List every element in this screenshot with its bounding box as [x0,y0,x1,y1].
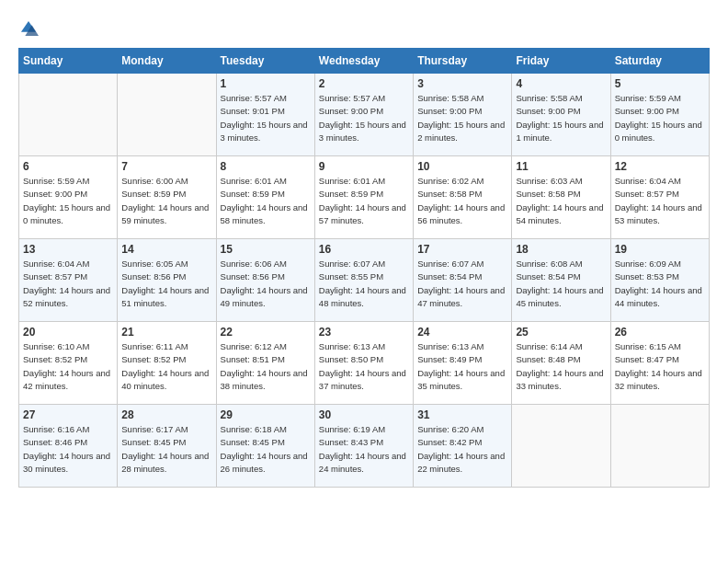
day-number: 26 [615,326,705,339]
logo [18,18,42,39]
day-number: 17 [417,243,507,256]
day-info: Sunrise: 6:11 AMSunset: 8:52 PMDaylight:… [121,340,211,393]
day-info: Sunrise: 6:15 AMSunset: 8:47 PMDaylight:… [615,340,705,393]
day-number: 8 [221,160,311,173]
day-number: 31 [417,408,507,421]
calendar-cell: 21Sunrise: 6:11 AMSunset: 8:52 PMDayligh… [118,322,216,405]
calendar-cell: 2Sunrise: 5:57 AMSunset: 9:00 PMDaylight… [314,74,413,156]
calendar-week-row: 6Sunrise: 5:59 AMSunset: 9:00 PMDaylight… [19,156,710,239]
weekday-header: Sunday [19,49,118,74]
day-number: 13 [23,243,113,256]
day-number: 14 [121,243,211,256]
day-info: Sunrise: 6:16 AMSunset: 8:46 PMDaylight:… [23,423,113,476]
calendar-cell: 14Sunrise: 6:05 AMSunset: 8:56 PMDayligh… [118,239,216,322]
day-info: Sunrise: 6:12 AMSunset: 8:51 PMDaylight:… [221,340,311,393]
day-info: Sunrise: 6:14 AMSunset: 8:48 PMDaylight:… [516,340,606,393]
day-number: 5 [615,77,705,90]
calendar-cell: 13Sunrise: 6:04 AMSunset: 8:57 PMDayligh… [19,239,118,322]
weekday-header: Monday [118,49,216,74]
calendar-cell [512,405,610,488]
calendar-cell [19,74,118,156]
day-info: Sunrise: 6:20 AMSunset: 8:42 PMDaylight:… [417,423,507,476]
weekday-header: Tuesday [216,49,314,74]
day-info: Sunrise: 6:03 AMSunset: 8:58 PMDaylight:… [516,175,606,227]
calendar-cell: 12Sunrise: 6:04 AMSunset: 8:57 PMDayligh… [610,156,709,239]
calendar-cell: 16Sunrise: 6:07 AMSunset: 8:55 PMDayligh… [314,239,413,322]
calendar-cell: 27Sunrise: 6:16 AMSunset: 8:46 PMDayligh… [19,405,118,488]
calendar-cell: 17Sunrise: 6:07 AMSunset: 8:54 PMDayligh… [414,239,512,322]
weekday-header-row: SundayMondayTuesdayWednesdayThursdayFrid… [19,49,710,74]
calendar-cell: 31Sunrise: 6:20 AMSunset: 8:42 PMDayligh… [414,405,512,488]
day-info: Sunrise: 6:17 AMSunset: 8:45 PMDaylight:… [121,423,211,476]
day-info: Sunrise: 6:08 AMSunset: 8:54 PMDaylight:… [516,258,606,310]
day-number: 9 [319,160,409,173]
day-number: 1 [221,77,311,90]
calendar-cell: 3Sunrise: 5:58 AMSunset: 9:00 PMDaylight… [414,74,512,156]
day-number: 18 [516,243,606,256]
page-header [18,18,710,39]
day-info: Sunrise: 6:04 AMSunset: 8:57 PMDaylight:… [615,175,705,227]
day-number: 6 [23,160,113,173]
calendar-table: SundayMondayTuesdayWednesdayThursdayFrid… [18,48,710,488]
day-number: 29 [221,408,311,421]
weekday-header: Wednesday [314,49,413,74]
day-number: 30 [319,408,409,421]
calendar-cell: 11Sunrise: 6:03 AMSunset: 8:58 PMDayligh… [512,156,610,239]
day-info: Sunrise: 5:57 AMSunset: 9:01 PMDaylight:… [221,92,311,144]
calendar-week-row: 20Sunrise: 6:10 AMSunset: 8:52 PMDayligh… [19,322,710,405]
calendar-cell: 10Sunrise: 6:02 AMSunset: 8:58 PMDayligh… [414,156,512,239]
day-info: Sunrise: 6:01 AMSunset: 8:59 PMDaylight:… [319,175,409,227]
calendar-cell: 18Sunrise: 6:08 AMSunset: 8:54 PMDayligh… [512,239,610,322]
day-number: 16 [319,243,409,256]
logo-icon [18,18,39,39]
calendar-cell: 28Sunrise: 6:17 AMSunset: 8:45 PMDayligh… [118,405,216,488]
calendar-cell: 4Sunrise: 5:58 AMSunset: 9:00 PMDaylight… [512,74,610,156]
calendar-cell: 19Sunrise: 6:09 AMSunset: 8:53 PMDayligh… [610,239,709,322]
weekday-header: Friday [512,49,610,74]
day-info: Sunrise: 6:05 AMSunset: 8:56 PMDaylight:… [121,258,211,310]
day-number: 25 [516,326,606,339]
day-info: Sunrise: 6:09 AMSunset: 8:53 PMDaylight:… [615,258,705,310]
day-number: 10 [417,160,507,173]
day-info: Sunrise: 6:06 AMSunset: 8:56 PMDaylight:… [221,258,311,310]
day-number: 4 [516,77,606,90]
day-info: Sunrise: 6:04 AMSunset: 8:57 PMDaylight:… [23,258,113,310]
day-number: 19 [615,243,705,256]
day-number: 2 [319,77,409,90]
day-number: 22 [221,326,311,339]
day-number: 12 [615,160,705,173]
weekday-header: Saturday [610,49,709,74]
day-info: Sunrise: 6:10 AMSunset: 8:52 PMDaylight:… [23,340,113,393]
calendar-cell: 9Sunrise: 6:01 AMSunset: 8:59 PMDaylight… [314,156,413,239]
day-number: 3 [417,77,507,90]
day-number: 27 [23,408,113,421]
calendar-cell: 23Sunrise: 6:13 AMSunset: 8:50 PMDayligh… [314,322,413,405]
calendar-week-row: 27Sunrise: 6:16 AMSunset: 8:46 PMDayligh… [19,405,710,488]
day-info: Sunrise: 6:07 AMSunset: 8:54 PMDaylight:… [417,258,507,310]
day-info: Sunrise: 5:59 AMSunset: 9:00 PMDaylight:… [23,175,113,227]
calendar-cell: 30Sunrise: 6:19 AMSunset: 8:43 PMDayligh… [314,405,413,488]
day-info: Sunrise: 6:19 AMSunset: 8:43 PMDaylight:… [319,423,409,476]
calendar-cell: 22Sunrise: 6:12 AMSunset: 8:51 PMDayligh… [216,322,314,405]
day-number: 15 [221,243,311,256]
calendar-cell: 5Sunrise: 5:59 AMSunset: 9:00 PMDaylight… [610,74,709,156]
calendar-cell: 8Sunrise: 6:01 AMSunset: 8:59 PMDaylight… [216,156,314,239]
calendar-cell: 6Sunrise: 5:59 AMSunset: 9:00 PMDaylight… [19,156,118,239]
day-number: 28 [121,408,211,421]
day-number: 20 [23,326,113,339]
calendar-cell: 24Sunrise: 6:13 AMSunset: 8:49 PMDayligh… [414,322,512,405]
calendar-cell: 1Sunrise: 5:57 AMSunset: 9:01 PMDaylight… [216,74,314,156]
day-info: Sunrise: 6:18 AMSunset: 8:45 PMDaylight:… [221,423,311,476]
day-number: 21 [121,326,211,339]
day-info: Sunrise: 6:13 AMSunset: 8:49 PMDaylight:… [417,340,507,393]
calendar-cell: 25Sunrise: 6:14 AMSunset: 8:48 PMDayligh… [512,322,610,405]
day-info: Sunrise: 6:13 AMSunset: 8:50 PMDaylight:… [319,340,409,393]
calendar-week-row: 1Sunrise: 5:57 AMSunset: 9:01 PMDaylight… [19,74,710,156]
day-info: Sunrise: 6:01 AMSunset: 8:59 PMDaylight:… [221,175,311,227]
day-number: 11 [516,160,606,173]
calendar-cell: 26Sunrise: 6:15 AMSunset: 8:47 PMDayligh… [610,322,709,405]
calendar-cell [610,405,709,488]
calendar-cell: 7Sunrise: 6:00 AMSunset: 8:59 PMDaylight… [118,156,216,239]
day-number: 7 [121,160,211,173]
day-info: Sunrise: 5:58 AMSunset: 9:00 PMDaylight:… [417,92,507,144]
